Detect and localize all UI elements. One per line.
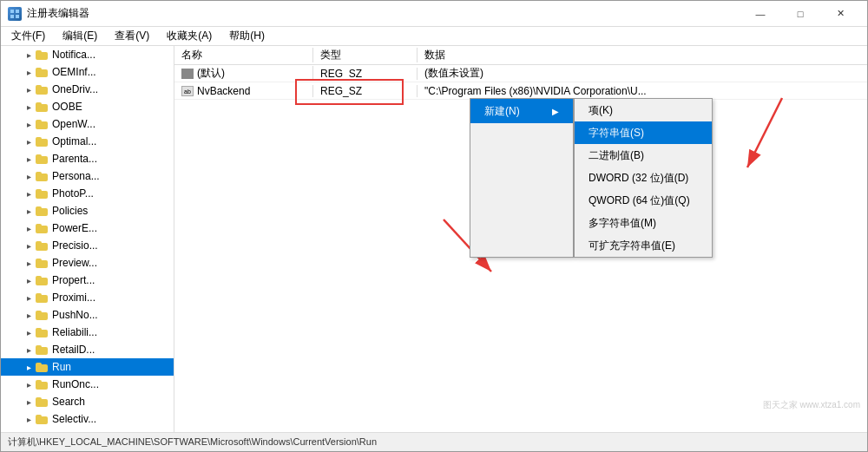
expander-icon: ▸: [22, 221, 36, 235]
table-row[interactable]: abNvBackendREG_SZ"C:\Program Files (x86)…: [174, 82, 867, 100]
default-value-icon: [181, 69, 194, 79]
sidebar-item-label: Notifica...: [52, 49, 95, 61]
sidebar-item-10[interactable]: ▸PowerE...: [1, 219, 174, 237]
expander-icon: ▸: [22, 169, 36, 183]
submenu2-item-1[interactable]: 字符串值(S): [575, 121, 712, 144]
folder-icon: [36, 204, 49, 218]
menubar: 文件(F) 编辑(E) 查看(V) 收藏夹(A) 帮助(H): [1, 27, 867, 46]
submenu2-item-4[interactable]: QWORD (64 位)值(Q): [575, 189, 712, 212]
sidebar-item-21[interactable]: ▸Selectiv...: [1, 410, 174, 428]
cell-name: abNvBackend: [174, 85, 313, 97]
sidebar-item-7[interactable]: ▸Persona...: [1, 167, 174, 185]
cell-type: REG_SZ: [313, 85, 418, 97]
sidebar-item-label: PowerE...: [52, 222, 97, 234]
window-title: 注册表编辑器: [27, 6, 89, 21]
svg-rect-0: [10, 10, 14, 13]
sidebar-item-6[interactable]: ▸Parenta...: [1, 150, 174, 167]
sidebar-item-label: Search: [52, 396, 85, 408]
menu-view[interactable]: 查看(V): [108, 27, 156, 45]
sidebar-item-1[interactable]: ▸OEMInf...: [1, 63, 174, 81]
folder-icon: [36, 187, 49, 200]
sidebar-item-label: Persona...: [52, 170, 100, 182]
sidebar-item-label: RunOnc...: [52, 378, 99, 390]
maximize-button[interactable]: □: [780, 1, 820, 27]
menu-file[interactable]: 文件(F): [4, 27, 52, 45]
sidebar-item-3[interactable]: ▸OOBE: [1, 98, 174, 115]
submenu2-item-6[interactable]: 可扩充字符串值(E): [575, 234, 712, 257]
menu-edit[interactable]: 编辑(E): [56, 27, 104, 45]
new-menu-item[interactable]: 新建(N) ▶: [470, 99, 573, 123]
sidebar-item-15[interactable]: ▸PushNo...: [1, 306, 174, 324]
new-submenu-trigger[interactable]: 新建(N) ▶: [470, 98, 574, 258]
sidebar-item-label: OEMInf...: [52, 66, 96, 78]
sidebar-item-label: PushNo...: [52, 309, 98, 321]
submenu2-item-2[interactable]: 二进制值(B): [575, 144, 712, 167]
cell-type: REG_SZ: [313, 68, 418, 80]
submenu2-item-label: 字符串值(S): [589, 126, 644, 141]
expander-icon: ▸: [22, 239, 36, 252]
sidebar-item-label: Reliabili...: [52, 326, 97, 338]
folder-icon: [36, 308, 49, 322]
sidebar-item-17[interactable]: ▸RetailD...: [1, 341, 174, 358]
submenu2-item-label: 可扩充字符串值(E): [589, 239, 675, 253]
right-panel: 名称 类型 数据 (默认)REG_SZ(数值未设置)abNvBackendREG…: [174, 46, 867, 432]
sidebar-item-12[interactable]: ▸Preview...: [1, 254, 174, 272]
submenu2-item-label: DWORD (32 位)值(D): [589, 171, 688, 186]
sidebar-item-2[interactable]: ▸OneDriv...: [1, 81, 174, 98]
table-row[interactable]: (默认)REG_SZ(数值未设置): [174, 65, 867, 82]
expander-icon: ▸: [22, 82, 36, 96]
sidebar-item-18[interactable]: ▸Run: [1, 358, 174, 376]
submenu2-item-label: 项(K): [589, 103, 613, 118]
sidebar-item-label: OneDriv...: [52, 83, 98, 95]
folder-icon: [36, 291, 49, 305]
expander-icon: ▸: [22, 343, 36, 357]
expander-icon: ▸: [22, 100, 36, 114]
expander-icon: ▸: [22, 152, 36, 166]
folder-icon: [36, 377, 49, 391]
folder-icon: [36, 65, 49, 79]
sidebar-item-5[interactable]: ▸Optimal...: [1, 133, 174, 150]
minimize-button[interactable]: —: [740, 1, 780, 27]
expander-icon: ▸: [22, 204, 36, 218]
sidebar-item-label: OOBE: [52, 101, 82, 113]
expander-icon: ▸: [22, 360, 36, 374]
submenu2-item-0[interactable]: 项(K): [575, 99, 712, 121]
svg-rect-3: [16, 15, 19, 18]
sidebar-item-14[interactable]: ▸Proximi...: [1, 289, 174, 306]
registry-tree: ▸Notifica...▸OEMInf...▸OneDriv...▸OOBE▸O…: [1, 46, 174, 432]
sidebar-item-label: Proximi...: [52, 292, 95, 304]
submenu2-item-label: 多字符串值(M): [589, 216, 656, 231]
menu-help[interactable]: 帮助(H): [222, 27, 272, 45]
statusbar: 计算机\HKEY_LOCAL_MACHINE\SOFTWARE\Microsof…: [1, 432, 867, 451]
folder-icon: [36, 100, 49, 114]
sidebar-item-11[interactable]: ▸Precisio...: [1, 237, 174, 254]
sidebar-item-20[interactable]: ▸Search: [1, 393, 174, 410]
submenu2-item-5[interactable]: 多字符串值(M): [575, 212, 712, 234]
folder-icon: [36, 256, 49, 270]
submenu2-item-label: QWORD (64 位)值(Q): [589, 193, 690, 208]
submenu2-item-3[interactable]: DWORD (32 位)值(D): [575, 167, 712, 189]
expander-icon: ▸: [22, 412, 36, 426]
expander-icon: ▸: [22, 291, 36, 305]
expander-icon: ▸: [22, 325, 36, 339]
sidebar-item-8[interactable]: ▸PhotoP...: [1, 185, 174, 202]
new-label: 新建(N): [484, 104, 520, 119]
sidebar-item-19[interactable]: ▸RunOnc...: [1, 376, 174, 393]
sidebar-item-label: Selectiv...: [52, 413, 96, 425]
sidebar-item-label: Propert...: [52, 274, 95, 286]
menu-favorites[interactable]: 收藏夹(A): [160, 27, 219, 45]
folder-icon: [36, 343, 49, 357]
new-submenu: 项(K)字符串值(S)二进制值(B)DWORD (32 位)值(D)QWORD …: [574, 98, 713, 258]
sidebar-item-16[interactable]: ▸Reliabili...: [1, 324, 174, 341]
sidebar-item-0[interactable]: ▸Notifica...: [1, 46, 174, 63]
close-button[interactable]: ✕: [820, 1, 860, 27]
col-header-type: 类型: [313, 48, 418, 62]
folder-icon: [36, 239, 49, 252]
expander-icon: ▸: [22, 395, 36, 409]
expander-icon: ▸: [22, 48, 36, 62]
sidebar-item-9[interactable]: ▸Policies: [1, 202, 174, 219]
sidebar-item-4[interactable]: ▸OpenW...: [1, 115, 174, 133]
sidebar-item-13[interactable]: ▸Propert...: [1, 272, 174, 289]
folder-icon: [36, 429, 49, 432]
col-header-data: 数据: [418, 48, 867, 62]
